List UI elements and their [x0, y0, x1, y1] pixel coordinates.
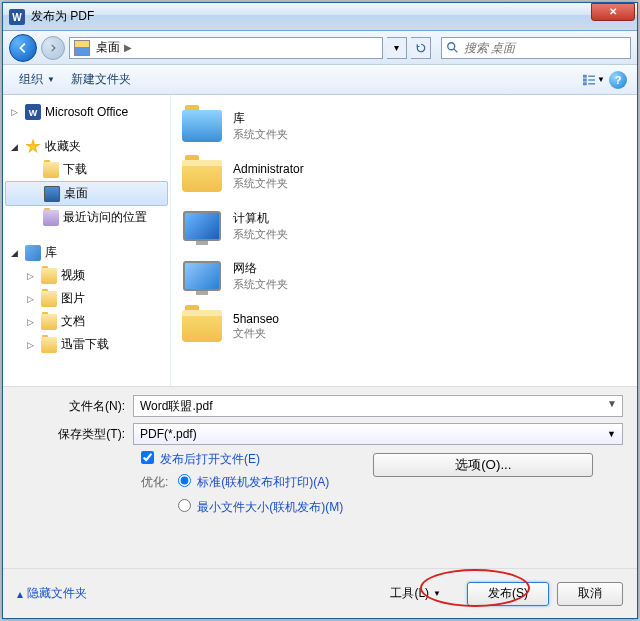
list-item[interactable]: 库系统文件夹	[181, 101, 627, 151]
recent-icon	[43, 210, 59, 226]
chevron-down-icon: ▼	[597, 75, 605, 84]
chevron-down-icon: ▼	[47, 75, 55, 84]
open-after-checkbox[interactable]: 发布后打开文件(E)	[141, 451, 343, 468]
organize-button[interactable]: 组织 ▼	[11, 67, 63, 92]
address-dropdown[interactable]: ▾	[387, 37, 407, 59]
filename-input[interactable]	[133, 395, 623, 417]
sidebar-item-videos[interactable]: ▷ 视频	[3, 264, 170, 287]
network-icon	[181, 255, 223, 297]
main-area: ▷ W Microsoft Office ◢ 收藏夹 下载 桌面 最近访问的位置	[3, 95, 637, 387]
sidebar-item-library[interactable]: ◢ 库	[3, 241, 170, 264]
chevron-up-icon: ▴	[17, 587, 23, 601]
chevron-down-icon: ▼	[433, 589, 441, 598]
sidebar-item-desktop[interactable]: 桌面	[5, 181, 168, 206]
location-text: 桌面	[96, 39, 120, 56]
expand-icon: ▷	[27, 340, 37, 350]
expand-icon: ▷	[27, 271, 37, 281]
svg-text:W: W	[12, 12, 22, 23]
folder-icon	[41, 268, 57, 284]
collapse-icon: ◢	[11, 248, 21, 258]
collapse-icon: ◢	[11, 142, 21, 152]
sidebar-item-downloads[interactable]: 下载	[3, 158, 170, 181]
cancel-button[interactable]: 取消	[557, 582, 623, 606]
optimize-standard-radio[interactable]: 标准(联机发布和打印)(A)	[178, 474, 343, 491]
chevron-down-icon: ▼	[607, 429, 616, 439]
desktop-icon	[74, 40, 90, 56]
svg-rect-9	[588, 83, 595, 85]
filetype-select[interactable]: PDF(*.pdf) ▼	[133, 423, 623, 445]
address-bar[interactable]: 桌面 ▶	[69, 37, 383, 59]
save-form: 文件名(N): ▼ 保存类型(T): PDF(*.pdf) ▼ 发布后打开文件(…	[3, 387, 637, 524]
list-item[interactable]: 计算机系统文件夹	[181, 201, 627, 251]
list-item[interactable]: 5hanseo文件夹	[181, 301, 627, 351]
folder-icon	[43, 162, 59, 178]
file-list: 库系统文件夹 Administrator系统文件夹 计算机系统文件夹 网络系统文…	[171, 95, 637, 386]
help-button[interactable]: ?	[607, 69, 629, 91]
sidebar-item-msoffice[interactable]: ▷ W Microsoft Office	[3, 101, 170, 123]
sidebar-item-xunlei[interactable]: ▷ 迅雷下载	[3, 333, 170, 356]
titlebar: W 发布为 PDF ✕	[3, 3, 637, 31]
window-title: 发布为 PDF	[31, 8, 591, 25]
word-icon: W	[25, 104, 41, 120]
folder-icon	[181, 305, 223, 347]
new-folder-button[interactable]: 新建文件夹	[63, 67, 139, 92]
tools-dropdown[interactable]: 工具(L) ▼	[390, 585, 441, 602]
options-button[interactable]: 选项(O)...	[373, 453, 593, 477]
folder-icon	[41, 314, 57, 330]
expand-icon: ▷	[27, 294, 37, 304]
close-icon: ✕	[609, 6, 617, 17]
word-app-icon: W	[9, 9, 25, 25]
close-button[interactable]: ✕	[591, 3, 635, 21]
navigation-bar: 桌面 ▶ ▾	[3, 31, 637, 65]
star-icon	[25, 139, 41, 155]
folder-icon	[41, 291, 57, 307]
search-input[interactable]	[464, 41, 626, 55]
filetype-label: 保存类型(T):	[17, 426, 133, 443]
library-icon	[25, 245, 41, 261]
list-item[interactable]: 网络系统文件夹	[181, 251, 627, 301]
search-box[interactable]	[441, 37, 631, 59]
user-folder-icon	[181, 155, 223, 197]
list-item[interactable]: Administrator系统文件夹	[181, 151, 627, 201]
optimize-minsize-radio[interactable]: 最小文件大小(联机发布)(M)	[178, 499, 343, 516]
svg-line-3	[454, 48, 458, 52]
dialog-window: W 发布为 PDF ✕ 桌面 ▶ ▾ 组织 ▼	[2, 2, 638, 619]
svg-rect-4	[583, 74, 587, 77]
optimize-label: 优化:	[141, 474, 168, 516]
computer-icon	[181, 205, 223, 247]
folder-icon	[41, 337, 57, 353]
publish-button[interactable]: 发布(S)	[467, 582, 549, 606]
chevron-down-icon[interactable]: ▼	[607, 398, 617, 409]
search-icon	[446, 41, 460, 55]
svg-rect-8	[588, 79, 595, 81]
toolbar: 组织 ▼ 新建文件夹 ▼ ?	[3, 65, 637, 95]
expand-icon: ▷	[27, 317, 37, 327]
view-mode-button[interactable]: ▼	[583, 69, 605, 91]
svg-rect-7	[588, 75, 595, 77]
library-icon	[181, 105, 223, 147]
breadcrumb-arrow-icon: ▶	[124, 42, 132, 53]
sidebar-item-documents[interactable]: ▷ 文档	[3, 310, 170, 333]
svg-rect-6	[583, 82, 587, 85]
svg-point-2	[448, 42, 455, 49]
help-icon: ?	[609, 71, 627, 89]
footer: ▴ 隐藏文件夹 工具(L) ▼ 发布(S) 取消	[3, 568, 637, 618]
expand-icon: ▷	[11, 107, 21, 117]
svg-rect-5	[583, 78, 587, 81]
desktop-icon	[44, 186, 60, 202]
sidebar: ▷ W Microsoft Office ◢ 收藏夹 下载 桌面 最近访问的位置	[3, 95, 171, 386]
sidebar-item-recent[interactable]: 最近访问的位置	[3, 206, 170, 229]
forward-button[interactable]	[41, 36, 65, 60]
sidebar-item-favorites[interactable]: ◢ 收藏夹	[3, 135, 170, 158]
back-button[interactable]	[9, 34, 37, 62]
svg-text:W: W	[29, 108, 38, 118]
filename-label: 文件名(N):	[17, 398, 133, 415]
hide-folders-link[interactable]: ▴ 隐藏文件夹	[17, 585, 87, 602]
sidebar-item-pictures[interactable]: ▷ 图片	[3, 287, 170, 310]
refresh-button[interactable]	[411, 37, 431, 59]
